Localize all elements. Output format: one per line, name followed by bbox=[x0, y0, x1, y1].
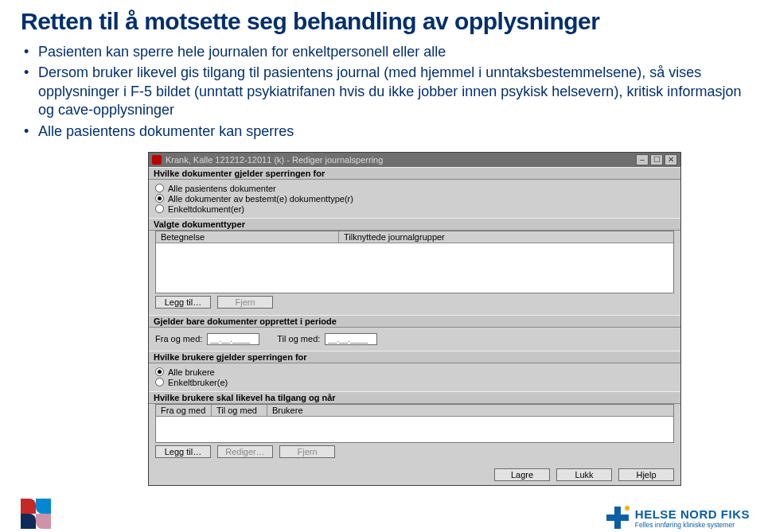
help-button[interactable]: Hjelp bbox=[618, 468, 674, 481]
radio-label: Alle brukere bbox=[168, 367, 215, 377]
bullet-item: Pasienten kan sperre hele journalen for … bbox=[24, 43, 743, 61]
radio-icon bbox=[155, 367, 164, 376]
page-title: Retten til å motsette seg behandling av … bbox=[21, 8, 743, 35]
col-betegnelse[interactable]: Betegnelse bbox=[156, 231, 339, 243]
col-exc-from[interactable]: Fra og med bbox=[156, 405, 212, 416]
radio-icon bbox=[155, 194, 164, 203]
from-date-input[interactable]: __.__.____ bbox=[207, 333, 259, 345]
brand-subtitle: Felles innføring kliniske systemer bbox=[635, 521, 750, 529]
group-selected-types-heading: Valgte dokumenttyper bbox=[149, 218, 680, 231]
group-docs-heading: Hvilke dokumenter gjelder sperringen for bbox=[149, 167, 680, 180]
radio-all-docs[interactable]: Alle pasientens dokumenter bbox=[155, 184, 674, 193]
bullet-item: Dersom bruker likevel gis tilgang til pa… bbox=[24, 64, 743, 119]
grid-body[interactable] bbox=[156, 417, 673, 442]
app-icon bbox=[152, 155, 162, 165]
group-exception-heading: Hvilke brukere skal likevel ha tilgang o… bbox=[149, 391, 680, 404]
edit-exception-button[interactable]: Rediger… bbox=[217, 445, 273, 458]
to-label: Til og med: bbox=[277, 334, 320, 344]
maximize-button[interactable]: ☐ bbox=[650, 154, 663, 165]
close-button[interactable]: ✕ bbox=[665, 154, 677, 165]
remove-doctype-button[interactable]: Fjern bbox=[217, 296, 273, 309]
dialog-titlebar[interactable]: Krank, Kalle 121212-12011 (k) - Rediger … bbox=[149, 153, 680, 167]
radio-single-users[interactable]: Enkeltbruker(e) bbox=[155, 378, 674, 387]
radio-icon bbox=[155, 378, 164, 386]
brand-title: HELSE NORD FIKS bbox=[635, 507, 750, 521]
add-doctype-button[interactable]: Legg til… bbox=[155, 296, 211, 309]
radio-single-doc[interactable]: Enkeltdokument(er) bbox=[155, 204, 674, 214]
radio-label: Alle dokumenter av bestemt(e) dokumentty… bbox=[168, 194, 353, 204]
puzzle-logo-icon bbox=[21, 499, 51, 529]
close-dialog-button[interactable]: Lukk bbox=[556, 468, 612, 481]
group-users-heading: Hvilke brukere gjelder sperringen for bbox=[149, 351, 680, 363]
helse-nord-icon bbox=[606, 507, 629, 529]
brand-block: HELSE NORD FIKS Felles innføring klinisk… bbox=[606, 507, 750, 529]
radio-icon bbox=[155, 204, 164, 213]
radio-icon bbox=[155, 184, 164, 192]
add-exception-button[interactable]: Legg til… bbox=[155, 445, 211, 458]
from-label: Fra og med: bbox=[155, 334, 202, 344]
journal-lock-dialog: Krank, Kalle 121212-12011 (k) - Rediger … bbox=[148, 152, 681, 486]
exception-grid[interactable]: Fra og med Til og med Brukere bbox=[155, 404, 674, 443]
grid-body[interactable] bbox=[156, 243, 673, 293]
group-period-heading: Gjelder bare dokumenter opprettet i peri… bbox=[149, 315, 680, 328]
radio-label: Enkeltbruker(e) bbox=[168, 378, 228, 387]
col-journalgroups[interactable]: Tilknyttede journalgrupper bbox=[339, 231, 673, 243]
bullet-list: Pasienten kan sperre hele journalen for … bbox=[21, 43, 743, 141]
remove-exception-button[interactable]: Fjern bbox=[279, 445, 335, 458]
bullet-item: Alle pasientens dokumenter kan sperres bbox=[24, 122, 743, 141]
radio-label: Alle pasientens dokumenter bbox=[168, 184, 276, 193]
col-exc-to[interactable]: Til og med bbox=[212, 405, 267, 416]
doctype-grid[interactable]: Betegnelse Tilknyttede journalgrupper bbox=[155, 231, 674, 293]
dialog-title: Krank, Kalle 121212-12011 (k) - Rediger … bbox=[166, 155, 634, 165]
radio-doctype[interactable]: Alle dokumenter av bestemt(e) dokumentty… bbox=[155, 194, 674, 204]
radio-all-users[interactable]: Alle brukere bbox=[155, 367, 674, 377]
col-exc-users[interactable]: Brukere bbox=[267, 405, 673, 416]
save-button[interactable]: Lagre bbox=[494, 468, 550, 481]
to-date-input[interactable]: __.__.____ bbox=[325, 333, 377, 345]
minimize-button[interactable]: – bbox=[636, 154, 649, 165]
radio-label: Enkeltdokument(er) bbox=[168, 204, 244, 214]
